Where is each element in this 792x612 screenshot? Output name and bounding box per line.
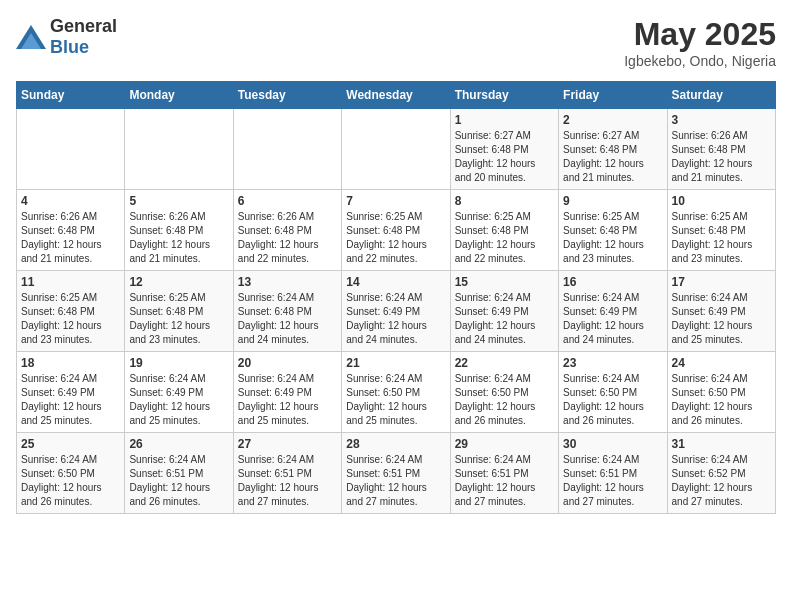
- day-info: Sunrise: 6:24 AMSunset: 6:50 PMDaylight:…: [21, 453, 120, 509]
- day-number: 23: [563, 356, 662, 370]
- day-number: 19: [129, 356, 228, 370]
- day-number: 27: [238, 437, 337, 451]
- day-number: 3: [672, 113, 771, 127]
- calendar-cell: 23Sunrise: 6:24 AMSunset: 6:50 PMDayligh…: [559, 352, 667, 433]
- logo-general: General: [50, 16, 117, 36]
- day-number: 7: [346, 194, 445, 208]
- header-day: Sunday: [17, 82, 125, 109]
- calendar-week: 4Sunrise: 6:26 AMSunset: 6:48 PMDaylight…: [17, 190, 776, 271]
- logo: General Blue: [16, 16, 117, 58]
- calendar-week: 18Sunrise: 6:24 AMSunset: 6:49 PMDayligh…: [17, 352, 776, 433]
- day-number: 2: [563, 113, 662, 127]
- calendar-week: 25Sunrise: 6:24 AMSunset: 6:50 PMDayligh…: [17, 433, 776, 514]
- day-info: Sunrise: 6:24 AMSunset: 6:51 PMDaylight:…: [455, 453, 554, 509]
- day-info: Sunrise: 6:24 AMSunset: 6:51 PMDaylight:…: [346, 453, 445, 509]
- calendar-cell: 10Sunrise: 6:25 AMSunset: 6:48 PMDayligh…: [667, 190, 775, 271]
- day-number: 8: [455, 194, 554, 208]
- day-number: 12: [129, 275, 228, 289]
- logo-text: General Blue: [50, 16, 117, 58]
- day-info: Sunrise: 6:24 AMSunset: 6:49 PMDaylight:…: [563, 291, 662, 347]
- calendar-header: SundayMondayTuesdayWednesdayThursdayFrid…: [17, 82, 776, 109]
- calendar-cell: 25Sunrise: 6:24 AMSunset: 6:50 PMDayligh…: [17, 433, 125, 514]
- day-number: 9: [563, 194, 662, 208]
- calendar-cell: 19Sunrise: 6:24 AMSunset: 6:49 PMDayligh…: [125, 352, 233, 433]
- calendar-cell: 20Sunrise: 6:24 AMSunset: 6:49 PMDayligh…: [233, 352, 341, 433]
- day-number: 24: [672, 356, 771, 370]
- day-number: 28: [346, 437, 445, 451]
- day-number: 6: [238, 194, 337, 208]
- calendar-cell: 18Sunrise: 6:24 AMSunset: 6:49 PMDayligh…: [17, 352, 125, 433]
- logo-icon: [16, 25, 46, 49]
- day-info: Sunrise: 6:24 AMSunset: 6:52 PMDaylight:…: [672, 453, 771, 509]
- day-number: 4: [21, 194, 120, 208]
- calendar-cell: 13Sunrise: 6:24 AMSunset: 6:48 PMDayligh…: [233, 271, 341, 352]
- day-number: 30: [563, 437, 662, 451]
- calendar-cell: [342, 109, 450, 190]
- day-number: 14: [346, 275, 445, 289]
- day-number: 11: [21, 275, 120, 289]
- day-number: 5: [129, 194, 228, 208]
- calendar-cell: 22Sunrise: 6:24 AMSunset: 6:50 PMDayligh…: [450, 352, 558, 433]
- day-number: 31: [672, 437, 771, 451]
- day-info: Sunrise: 6:25 AMSunset: 6:48 PMDaylight:…: [672, 210, 771, 266]
- day-info: Sunrise: 6:24 AMSunset: 6:50 PMDaylight:…: [563, 372, 662, 428]
- header-day: Friday: [559, 82, 667, 109]
- day-number: 18: [21, 356, 120, 370]
- day-number: 26: [129, 437, 228, 451]
- main-title: May 2025: [624, 16, 776, 53]
- day-number: 16: [563, 275, 662, 289]
- day-info: Sunrise: 6:26 AMSunset: 6:48 PMDaylight:…: [21, 210, 120, 266]
- calendar-cell: 29Sunrise: 6:24 AMSunset: 6:51 PMDayligh…: [450, 433, 558, 514]
- day-info: Sunrise: 6:24 AMSunset: 6:49 PMDaylight:…: [129, 372, 228, 428]
- day-info: Sunrise: 6:25 AMSunset: 6:48 PMDaylight:…: [129, 291, 228, 347]
- day-info: Sunrise: 6:24 AMSunset: 6:49 PMDaylight:…: [346, 291, 445, 347]
- calendar-cell: 26Sunrise: 6:24 AMSunset: 6:51 PMDayligh…: [125, 433, 233, 514]
- calendar-cell: 28Sunrise: 6:24 AMSunset: 6:51 PMDayligh…: [342, 433, 450, 514]
- calendar-cell: 7Sunrise: 6:25 AMSunset: 6:48 PMDaylight…: [342, 190, 450, 271]
- header-row: SundayMondayTuesdayWednesdayThursdayFrid…: [17, 82, 776, 109]
- calendar-cell: 4Sunrise: 6:26 AMSunset: 6:48 PMDaylight…: [17, 190, 125, 271]
- day-info: Sunrise: 6:25 AMSunset: 6:48 PMDaylight:…: [21, 291, 120, 347]
- calendar-cell: [125, 109, 233, 190]
- day-info: Sunrise: 6:26 AMSunset: 6:48 PMDaylight:…: [129, 210, 228, 266]
- day-info: Sunrise: 6:24 AMSunset: 6:48 PMDaylight:…: [238, 291, 337, 347]
- header-day: Saturday: [667, 82, 775, 109]
- day-number: 15: [455, 275, 554, 289]
- day-info: Sunrise: 6:25 AMSunset: 6:48 PMDaylight:…: [346, 210, 445, 266]
- calendar-cell: 31Sunrise: 6:24 AMSunset: 6:52 PMDayligh…: [667, 433, 775, 514]
- calendar-cell: 5Sunrise: 6:26 AMSunset: 6:48 PMDaylight…: [125, 190, 233, 271]
- day-info: Sunrise: 6:27 AMSunset: 6:48 PMDaylight:…: [563, 129, 662, 185]
- day-info: Sunrise: 6:25 AMSunset: 6:48 PMDaylight:…: [455, 210, 554, 266]
- calendar-cell: 15Sunrise: 6:24 AMSunset: 6:49 PMDayligh…: [450, 271, 558, 352]
- calendar-cell: 1Sunrise: 6:27 AMSunset: 6:48 PMDaylight…: [450, 109, 558, 190]
- logo-blue: Blue: [50, 37, 89, 57]
- day-number: 22: [455, 356, 554, 370]
- day-info: Sunrise: 6:24 AMSunset: 6:49 PMDaylight:…: [455, 291, 554, 347]
- calendar-cell: 9Sunrise: 6:25 AMSunset: 6:48 PMDaylight…: [559, 190, 667, 271]
- calendar-cell: 17Sunrise: 6:24 AMSunset: 6:49 PMDayligh…: [667, 271, 775, 352]
- calendar-week: 1Sunrise: 6:27 AMSunset: 6:48 PMDaylight…: [17, 109, 776, 190]
- header-day: Wednesday: [342, 82, 450, 109]
- day-info: Sunrise: 6:26 AMSunset: 6:48 PMDaylight:…: [672, 129, 771, 185]
- day-number: 17: [672, 275, 771, 289]
- calendar-cell: 14Sunrise: 6:24 AMSunset: 6:49 PMDayligh…: [342, 271, 450, 352]
- day-info: Sunrise: 6:24 AMSunset: 6:50 PMDaylight:…: [672, 372, 771, 428]
- day-info: Sunrise: 6:24 AMSunset: 6:51 PMDaylight:…: [563, 453, 662, 509]
- calendar-cell: 24Sunrise: 6:24 AMSunset: 6:50 PMDayligh…: [667, 352, 775, 433]
- day-number: 13: [238, 275, 337, 289]
- header-day: Thursday: [450, 82, 558, 109]
- day-number: 25: [21, 437, 120, 451]
- day-info: Sunrise: 6:24 AMSunset: 6:51 PMDaylight:…: [238, 453, 337, 509]
- calendar-table: SundayMondayTuesdayWednesdayThursdayFrid…: [16, 81, 776, 514]
- calendar-cell: 11Sunrise: 6:25 AMSunset: 6:48 PMDayligh…: [17, 271, 125, 352]
- calendar-cell: 8Sunrise: 6:25 AMSunset: 6:48 PMDaylight…: [450, 190, 558, 271]
- day-number: 20: [238, 356, 337, 370]
- calendar-cell: 2Sunrise: 6:27 AMSunset: 6:48 PMDaylight…: [559, 109, 667, 190]
- calendar-cell: 12Sunrise: 6:25 AMSunset: 6:48 PMDayligh…: [125, 271, 233, 352]
- day-info: Sunrise: 6:24 AMSunset: 6:50 PMDaylight:…: [346, 372, 445, 428]
- day-number: 21: [346, 356, 445, 370]
- day-info: Sunrise: 6:24 AMSunset: 6:49 PMDaylight:…: [238, 372, 337, 428]
- day-info: Sunrise: 6:24 AMSunset: 6:51 PMDaylight:…: [129, 453, 228, 509]
- calendar-cell: [233, 109, 341, 190]
- day-info: Sunrise: 6:26 AMSunset: 6:48 PMDaylight:…: [238, 210, 337, 266]
